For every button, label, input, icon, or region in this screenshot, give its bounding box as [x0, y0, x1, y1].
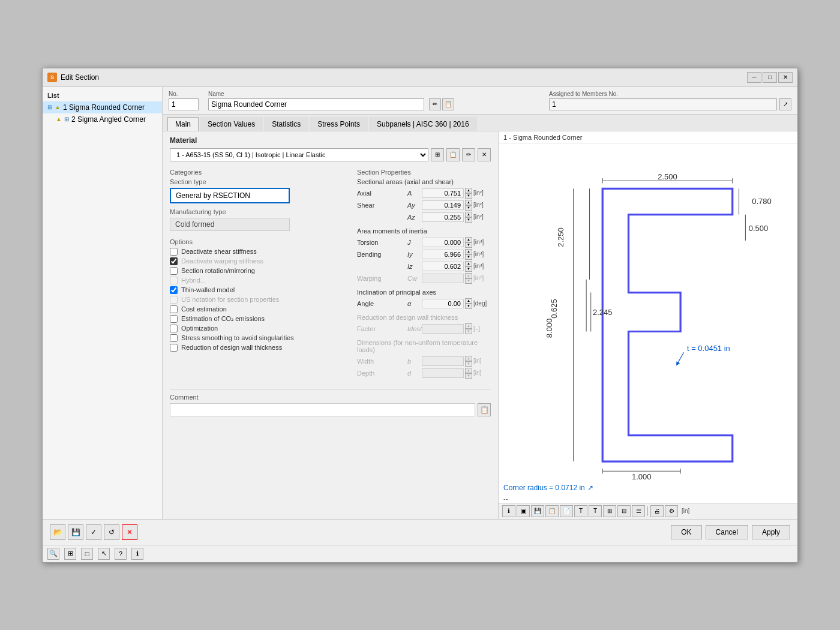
status-help[interactable]: ? [115, 548, 127, 560]
material-delete-button[interactable]: ✕ [478, 148, 491, 161]
status-info[interactable]: ℹ [131, 548, 143, 560]
close-button[interactable]: ✕ [778, 72, 793, 83]
material-edit-button[interactable]: ✏ [462, 148, 475, 161]
warping-down[interactable]: ▼ [465, 278, 472, 284]
assigned-input[interactable] [549, 98, 777, 110]
torsion-input[interactable] [422, 238, 464, 247]
maximize-button[interactable]: □ [763, 72, 777, 83]
angle-input[interactable] [422, 299, 464, 308]
preview-btn-measure[interactable]: T [574, 505, 587, 517]
tab-main[interactable]: Main [167, 117, 199, 131]
list-item-2[interactable]: ▲ ⊞ 2 Sigma Angled Corner [43, 113, 162, 125]
preview-btn-select[interactable]: ▣ [517, 505, 530, 517]
material-table-button[interactable]: ⊞ [431, 148, 444, 161]
depth-down[interactable]: ▼ [465, 373, 472, 379]
checkbox-stress-smoothing[interactable] [170, 334, 178, 342]
tab-section-values[interactable]: Section Values [200, 117, 263, 131]
preview-btn-save[interactable]: 💾 [531, 505, 544, 517]
factor-down[interactable]: ▼ [465, 329, 472, 334]
axial-down[interactable]: ▼ [465, 193, 472, 199]
status-search[interactable]: 🔍 [47, 548, 59, 560]
material-select[interactable]: 1 - A653-15 (SS 50, Cl 1) | Isotropic | … [170, 148, 428, 161]
checkbox-section-rotation[interactable] [170, 267, 178, 275]
preview-btn-copy[interactable]: 📋 [545, 505, 559, 517]
shear-az-up[interactable]: ▲ [465, 212, 472, 217]
torsion-up[interactable]: ▲ [465, 237, 472, 242]
name-info-button[interactable]: 📋 [442, 98, 454, 110]
checkbox-thin-walled[interactable] [170, 286, 178, 294]
folder-icon-2: ▲ [56, 116, 62, 122]
tool-btn-3[interactable]: ✓ [86, 524, 101, 540]
tab-stress-points[interactable]: Stress Points [310, 117, 368, 131]
bending-iy-down[interactable]: ▼ [465, 254, 472, 260]
checkbox-deactivate-shear[interactable] [170, 248, 178, 256]
bending-iz-up[interactable]: ▲ [465, 261, 472, 266]
shear-az-input[interactable] [422, 212, 464, 222]
factor-up[interactable]: ▲ [465, 323, 472, 329]
shear-ay-up[interactable]: ▲ [465, 200, 472, 205]
preview-btn-info[interactable]: ℹ [502, 505, 515, 517]
torsion-down[interactable]: ▼ [465, 242, 472, 248]
checkbox-deactivate-warping[interactable] [170, 257, 178, 265]
tab-statistics[interactable]: Statistics [264, 117, 308, 131]
cancel-button[interactable]: Cancel [706, 525, 748, 539]
preview-btn-list[interactable]: ☰ [632, 505, 645, 517]
tool-btn-2[interactable]: 💾 [68, 524, 83, 540]
name-edit-button[interactable]: ✏ [429, 98, 441, 110]
bending-iz-input[interactable] [422, 262, 464, 271]
minimize-button[interactable]: ─ [747, 72, 761, 83]
depth-input[interactable] [422, 368, 464, 378]
status-box[interactable]: □ [81, 548, 93, 560]
shear-ay-input[interactable] [422, 200, 464, 210]
width-down[interactable]: ▼ [465, 361, 472, 367]
preview-btn-table[interactable]: ⊟ [617, 505, 631, 517]
comment-input[interactable] [170, 403, 475, 416]
section-outline [602, 188, 733, 461]
axial-up[interactable]: ▲ [465, 188, 472, 193]
warping-up[interactable]: ▲ [465, 273, 472, 278]
status-cursor[interactable]: ↖ [98, 548, 110, 560]
apply-button[interactable]: Apply [752, 525, 790, 539]
width-input[interactable] [422, 356, 464, 366]
ok-button[interactable]: OK [671, 525, 701, 539]
material-new-button[interactable]: 📋 [446, 148, 460, 161]
shear-az-down[interactable]: ▼ [465, 217, 472, 223]
tool-btn-4[interactable]: ↺ [104, 524, 119, 540]
checkbox-co2[interactable] [170, 315, 178, 323]
checkbox-hybrid[interactable] [170, 277, 178, 284]
checkbox-us-notation[interactable] [170, 296, 178, 304]
checkbox-reduction-wall[interactable] [170, 344, 178, 352]
no-input[interactable] [169, 98, 199, 110]
angle-down[interactable]: ▼ [465, 304, 472, 309]
title-bar: S Edit Section ─ □ ✕ [43, 68, 797, 87]
bending-iy-input[interactable] [422, 250, 464, 259]
preview-btn-settings[interactable]: ⚙ [665, 505, 678, 517]
warping-input[interactable] [422, 274, 464, 283]
tool-btn-close[interactable]: ✕ [122, 524, 137, 540]
factor-input[interactable] [422, 324, 464, 334]
factor-value-group: ▲ ▼ [–] [422, 323, 480, 334]
angle-up[interactable]: ▲ [465, 298, 472, 304]
inclination-section: Inclination of principal axes Angle α ▲ … [357, 289, 491, 309]
preview-btn-paste[interactable]: 📄 [560, 505, 573, 517]
checkbox-optimization[interactable] [170, 325, 178, 332]
preview-btn-grid[interactable]: ⊞ [603, 505, 616, 517]
depth-up[interactable]: ▲ [465, 368, 472, 373]
section-type-box[interactable]: General by RSECTION [170, 188, 290, 203]
width-up[interactable]: ▲ [465, 356, 472, 361]
name-input[interactable] [208, 98, 424, 110]
checkbox-cost-estimation[interactable] [170, 305, 178, 313]
list-item-1[interactable]: ⊞ ▲ 1 Sigma Rounded Corner [43, 101, 162, 113]
tool-btn-1[interactable]: 📂 [50, 524, 65, 540]
assigned-select-button[interactable]: ↗ [779, 98, 791, 110]
tab-subpanels[interactable]: Subpanels | AISC 360 | 2016 [369, 117, 477, 131]
preview-btn-measure2[interactable]: T [589, 505, 602, 517]
preview-btn-print[interactable]: 🖨 [650, 505, 664, 517]
bending-iy-up[interactable]: ▲ [465, 249, 472, 254]
comment-input-row: 📋 [170, 403, 491, 416]
axial-input[interactable] [422, 188, 464, 198]
shear-ay-down[interactable]: ▼ [465, 205, 472, 211]
bending-iz-down[interactable]: ▼ [465, 266, 472, 272]
comment-copy-button[interactable]: 📋 [478, 403, 491, 416]
status-table[interactable]: ⊞ [64, 548, 76, 560]
